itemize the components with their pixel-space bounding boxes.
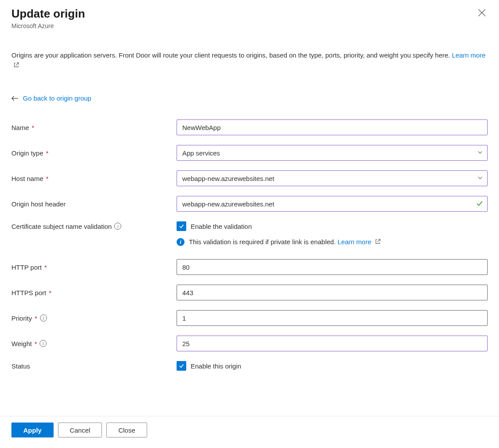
description-body: Origins are your application servers. Fr…	[11, 51, 452, 59]
host-name-label: Host name*	[11, 175, 177, 182]
checkmark-icon	[178, 223, 184, 229]
close-icon	[478, 9, 486, 17]
http-port-input[interactable]	[177, 259, 488, 275]
origin-type-label: Origin type*	[11, 149, 177, 157]
checkmark-icon	[178, 363, 184, 369]
http-port-label: HTTP port*	[11, 264, 177, 271]
priority-label: Priority* i	[11, 314, 177, 322]
apply-button[interactable]: Apply	[11, 423, 54, 437]
name-label: Name*	[11, 124, 177, 131]
enable-validation-checkbox[interactable]	[177, 221, 186, 231]
priority-input[interactable]	[177, 310, 488, 326]
name-input[interactable]	[177, 119, 488, 135]
enable-origin-label: Enable this origin	[191, 362, 241, 370]
weight-input[interactable]	[177, 336, 488, 351]
back-arrow-icon	[11, 95, 18, 102]
close-footer-button[interactable]: Close	[106, 423, 147, 437]
validation-learn-more-label: Learn more	[338, 238, 372, 246]
host-name-select[interactable]	[177, 170, 488, 186]
cancel-button[interactable]: Cancel	[58, 423, 102, 437]
close-button[interactable]	[478, 9, 486, 17]
info-filled-icon: i	[177, 238, 184, 246]
page-title: Update origin	[11, 7, 488, 21]
info-icon[interactable]: i	[40, 314, 47, 322]
weight-label: Weight* i	[11, 340, 177, 347]
info-icon[interactable]: i	[114, 223, 121, 230]
external-link-icon	[375, 238, 381, 246]
https-port-label: HTTPS port*	[11, 289, 177, 296]
origin-host-header-label: Origin host header	[11, 200, 177, 208]
validation-learn-more-link[interactable]: Learn more	[338, 238, 381, 246]
go-back-link[interactable]: Go back to origin group	[23, 94, 91, 102]
info-icon[interactable]: i	[40, 340, 47, 347]
https-port-input[interactable]	[177, 285, 488, 300]
enable-origin-checkbox[interactable]	[177, 361, 186, 371]
origin-type-select[interactable]	[177, 145, 488, 161]
page-subtitle: Microsoft Azure	[11, 22, 488, 29]
learn-more-label: Learn more	[452, 51, 486, 59]
enable-validation-label: Enable the validation	[191, 223, 252, 230]
validation-info-note: i This validation is required if private…	[177, 238, 488, 246]
external-link-icon	[13, 61, 19, 71]
cert-validation-label: Certificate subject name validation i	[11, 223, 177, 230]
status-label: Status	[11, 362, 177, 370]
validation-note-text: This validation is required if private l…	[189, 238, 338, 246]
origin-host-header-input[interactable]	[177, 196, 488, 212]
description-text: Origins are your application servers. Fr…	[11, 51, 488, 71]
